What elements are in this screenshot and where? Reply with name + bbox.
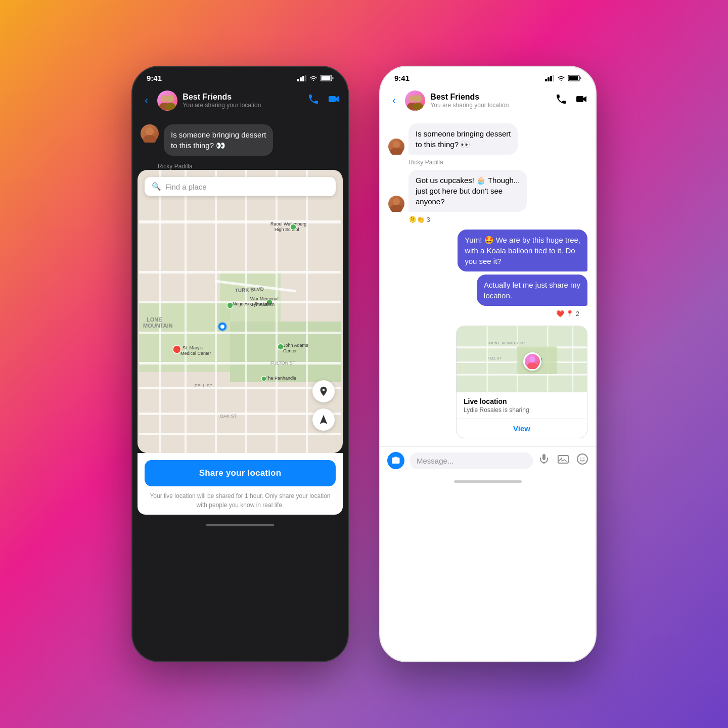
back-button-dark[interactable]: ‹ xyxy=(141,92,152,109)
svg-rect-24 xyxy=(139,413,341,415)
svg-rect-89 xyxy=(542,454,545,460)
wifi-icon-dark xyxy=(309,75,317,81)
svg-rect-3 xyxy=(305,75,306,81)
svg-rect-5 xyxy=(322,76,331,80)
photo-icon[interactable] xyxy=(557,453,569,468)
ricky-avatar-preview xyxy=(141,124,159,143)
nav-title-dark: Best Friends You are sharing your locati… xyxy=(183,93,302,109)
share-subtext: Your live location will be shared for 1 … xyxy=(145,491,336,510)
status-bar-light: 9:41 xyxy=(380,67,596,86)
sticker-icon[interactable] xyxy=(576,453,588,468)
svg-rect-25 xyxy=(139,433,341,435)
svg-point-94 xyxy=(580,458,581,459)
right-phone: 9:41 ‹ xyxy=(379,66,597,662)
svg-text:LONE: LONE xyxy=(147,316,162,323)
time-dark: 9:41 xyxy=(147,74,162,82)
svg-point-56 xyxy=(290,224,296,230)
svg-rect-31 xyxy=(306,170,308,453)
svg-rect-18 xyxy=(139,220,341,223)
map-svg: + Negoesco Stadium War Memorial Gymnasiu… xyxy=(138,170,343,453)
svg-rect-64 xyxy=(569,76,578,80)
battery-icon-light xyxy=(568,75,581,81)
back-button-light[interactable]: ‹ xyxy=(388,92,400,109)
reaction-1: 🫠👏 3 xyxy=(408,216,587,223)
svg-rect-0 xyxy=(297,79,299,81)
home-indicator-light xyxy=(380,476,596,486)
msg-row-4: Actually let me just share mylocation. xyxy=(388,275,587,306)
svg-rect-11 xyxy=(329,96,336,102)
input-actions xyxy=(538,453,588,468)
location-card-sub: Lydie Rosales is sharing xyxy=(464,406,580,414)
mic-icon[interactable] xyxy=(538,453,550,468)
phone-icon-light[interactable] xyxy=(555,93,567,108)
msg-row-1: Is someone bringing dessertto this thing… xyxy=(388,123,587,155)
status-icons-light xyxy=(545,75,581,81)
svg-rect-65 xyxy=(580,77,581,79)
input-bar: Message... xyxy=(380,446,596,476)
svg-point-71 xyxy=(393,141,400,148)
home-bar-dark xyxy=(206,524,274,526)
bubble-3: Yum! 🤩 We are by this huge tree,with a K… xyxy=(458,230,587,271)
group-avatar-dark xyxy=(157,90,177,111)
video-icon-light[interactable] xyxy=(575,93,587,108)
svg-rect-78 xyxy=(457,374,587,376)
video-icon-dark[interactable] xyxy=(328,93,340,108)
bubble-2: Got us cupcakes! 🧁 Though...just got her… xyxy=(408,170,527,212)
phone-icon-dark[interactable] xyxy=(307,93,320,108)
svg-point-95 xyxy=(583,458,584,459)
svg-point-72 xyxy=(390,148,402,155)
share-area: Share your location Your live location w… xyxy=(138,453,343,515)
share-location-button[interactable]: Share your location xyxy=(145,460,336,486)
location-card-info: Live location Lydie Rosales is sharing xyxy=(457,392,587,419)
reaction-2: ❤️ 📍 2 xyxy=(388,310,579,317)
message-input[interactable]: Message... xyxy=(410,452,533,469)
group-avatar-light xyxy=(405,90,425,111)
status-bar-dark: 9:41 xyxy=(132,67,348,86)
location-card-view-button[interactable]: View xyxy=(457,419,587,438)
status-icons-dark xyxy=(297,75,334,81)
svg-rect-27 xyxy=(185,170,187,453)
svg-point-69 xyxy=(413,103,423,111)
svg-rect-82 xyxy=(572,327,573,392)
home-bar-light xyxy=(454,480,522,483)
svg-text:The Panhandle: The Panhandle xyxy=(265,376,296,381)
bubble-4: Actually let me just share mylocation. xyxy=(477,275,587,306)
msg-row-location: Hippie Hill JOHN F. KENNEDY DR FELL ST xyxy=(388,324,587,440)
msg-row-3: Yum! 🤩 We are by this huge tree,with a K… xyxy=(388,230,587,271)
svg-rect-21 xyxy=(139,332,341,334)
svg-point-7 xyxy=(161,95,168,102)
map-container-dark[interactable]: + Negoesco Stadium War Memorial Gymnasiu… xyxy=(138,170,343,453)
message-preview-dark: Is someone bringing dessertto this thing… xyxy=(132,117,348,161)
nav-bar-light: ‹ Best Friends You are sharing your loca… xyxy=(380,86,596,117)
svg-rect-62 xyxy=(553,75,554,81)
svg-rect-22 xyxy=(139,362,341,365)
wifi-icon-light xyxy=(557,75,565,81)
svg-rect-23 xyxy=(139,387,341,389)
svg-rect-91 xyxy=(558,456,568,463)
location-card[interactable]: Hippie Hill JOHN F. KENNEDY DR FELL ST xyxy=(456,326,587,438)
svg-point-73 xyxy=(393,198,400,205)
svg-point-13 xyxy=(143,135,156,143)
svg-text:FELL ST: FELL ST xyxy=(195,383,213,388)
svg-text:JOHN F. KENNEDY DR: JOHN F. KENNEDY DR xyxy=(488,341,525,345)
svg-text:MOUNTAIN: MOUNTAIN xyxy=(143,323,173,329)
map-nav-button[interactable] xyxy=(312,408,335,431)
msg-row-2: Got us cupcakes! 🧁 Though...just got her… xyxy=(388,170,587,212)
battery-icon-dark xyxy=(321,75,334,81)
svg-point-88 xyxy=(527,362,537,369)
svg-rect-29 xyxy=(245,170,247,453)
camera-button[interactable] xyxy=(387,452,404,469)
time-light: 9:41 xyxy=(394,74,410,82)
map-pin-button[interactable] xyxy=(312,380,335,402)
svg-text:Medical Center: Medical Center xyxy=(180,351,211,356)
signal-icon-dark xyxy=(297,75,306,81)
map-bg: + Negoesco Stadium War Memorial Gymnasiu… xyxy=(138,170,343,453)
svg-point-87 xyxy=(529,356,535,362)
map-search-bar[interactable]: 🔍 Find a place xyxy=(145,177,336,196)
signal-icon-light xyxy=(545,75,554,81)
svg-text:War Memorial: War Memorial xyxy=(250,296,279,301)
svg-point-35 xyxy=(220,325,224,329)
home-indicator-dark xyxy=(132,520,348,529)
svg-rect-28 xyxy=(215,170,217,453)
svg-rect-6 xyxy=(332,77,334,79)
